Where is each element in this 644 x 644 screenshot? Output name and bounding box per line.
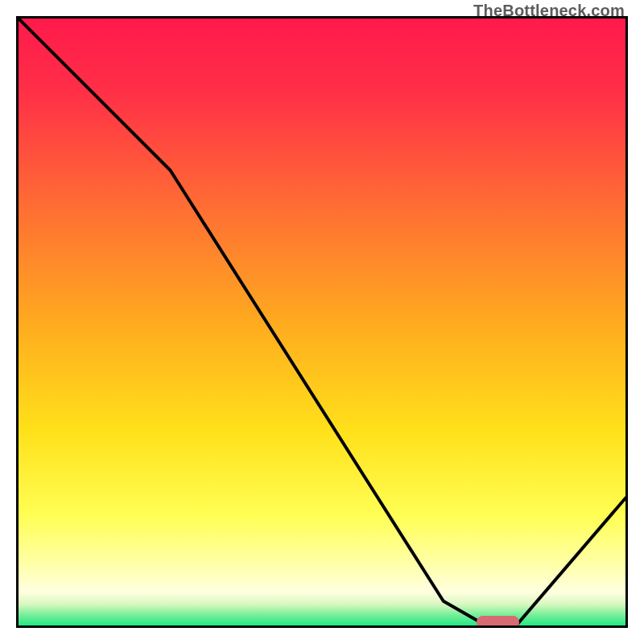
bottleneck-curve [19, 19, 625, 625]
highlight-marker [477, 616, 519, 628]
chart-frame [16, 16, 628, 628]
